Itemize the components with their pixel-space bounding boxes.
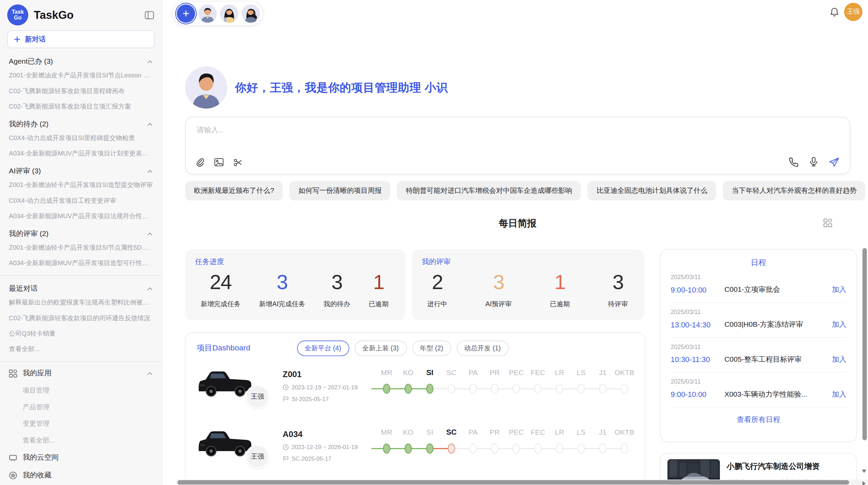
milestone-node[interactable]: [491, 384, 498, 394]
sidebar-item[interactable]: C02-飞腾新能源轻客改款项目里程碑画布: [0, 83, 162, 99]
new-chat-button[interactable]: 新对话: [7, 30, 155, 48]
milestone-node[interactable]: [405, 444, 412, 453]
sidebar-item[interactable]: C02-飞腾新能源轻客改款项目立项汇报方案: [0, 99, 162, 114]
milestone-node[interactable]: [556, 384, 563, 394]
milestone-node[interactable]: [491, 444, 498, 453]
milestone-node[interactable]: [621, 444, 628, 453]
milestone-node[interactable]: [599, 384, 606, 394]
milestone-node[interactable]: [578, 384, 585, 394]
milestone-node[interactable]: [383, 444, 390, 453]
briefing-layout-icon[interactable]: [823, 218, 832, 227]
scroll-down-arrow[interactable]: [862, 470, 866, 473]
app-sub-item[interactable]: 产品管理: [0, 399, 162, 415]
sidebar-item[interactable]: Z001-全新燃油轻卡产品开发项目SI节点属性5D文件评审: [0, 240, 162, 255]
notifications-bell-icon[interactable]: [830, 7, 839, 17]
sidebar-item-cloud-space[interactable]: 我的云空间: [0, 449, 162, 467]
paperclip-icon[interactable]: [195, 157, 204, 167]
sidebar-item[interactable]: A034-全新新能源MUV产品开发项目造型可行性评审: [0, 255, 162, 271]
milestone-node[interactable]: [599, 444, 606, 453]
recent-view-all-link[interactable]: 查看全部...: [0, 341, 162, 357]
milestone: SI: [419, 427, 441, 454]
schedule-join-link[interactable]: 加入: [832, 355, 846, 364]
send-icon[interactable]: [829, 157, 840, 167]
app-sub-item[interactable]: 变更管理: [0, 415, 162, 432]
dashboard-filter-tab[interactable]: 全新上装 (3): [354, 340, 407, 356]
recent-chat-item[interactable]: 解释最新出台的欧盟报废车法规再生塑料比例被调至15%...: [0, 295, 162, 310]
sidebar-section-label[interactable]: 我的待办 (2): [0, 114, 162, 130]
suggestion-chip[interactable]: 当下年轻人对汽车外观有怎样的喜好趋势: [723, 181, 866, 201]
milestone-label: PEC: [506, 427, 527, 438]
view-all-schedule-link[interactable]: 查看所有日程: [671, 415, 846, 425]
sidebar-item[interactable]: A034-全新新能源MUV产品开发项目计划变更表编写: [0, 146, 162, 161]
stat-label: 我的待办: [324, 300, 350, 309]
schedule-item-main: 9:00-10:00C001-立项审批会加入: [671, 285, 846, 295]
milestone-node[interactable]: [469, 384, 477, 394]
sidebar-item[interactable]: C0X4-动力总成开发项目SI里程碑提交物检查: [0, 130, 162, 146]
milestone-node[interactable]: [578, 444, 585, 453]
milestone-node[interactable]: [426, 444, 433, 453]
assistant-avatar-1[interactable]: [198, 4, 217, 22]
milestone-node[interactable]: [513, 384, 520, 394]
milestone-node[interactable]: [448, 384, 455, 394]
suggestion-chip[interactable]: 比亚迪全固态电池计划具体说了什么: [588, 181, 716, 201]
add-assistant-button[interactable]: [177, 4, 195, 22]
milestone-node[interactable]: [621, 384, 628, 394]
milestone-node[interactable]: [534, 444, 542, 453]
dashboard-filter-tab[interactable]: 动总开发 (1): [456, 340, 508, 356]
sidebar-section-label[interactable]: AI评审 (3): [0, 161, 162, 177]
scroll-right-arrow[interactable]: [863, 481, 866, 485]
app-sub-item[interactable]: 项目管理: [0, 382, 162, 399]
schedule-join-link[interactable]: 加入: [832, 320, 846, 329]
milestone-label: SC: [441, 427, 462, 438]
stat-label: 待评审: [608, 300, 628, 309]
milestone-label: LS: [570, 367, 592, 378]
milestone-node[interactable]: [405, 384, 412, 394]
assistant-avatar-3[interactable]: [242, 4, 260, 22]
my-apps-label: 我的应用: [23, 368, 141, 378]
milestone-node[interactable]: [513, 444, 520, 453]
recent-chat-item[interactable]: 公司Q3轻卡销量: [0, 326, 162, 341]
sidebar-item[interactable]: C0X4-动力总成开发项目工程变更评审: [0, 193, 162, 208]
milestone-node[interactable]: [556, 444, 563, 453]
recent-chat-item[interactable]: C02-飞腾新能源轻客改款项目的闭环通告反馈情况: [0, 310, 162, 325]
screen: Task Go TaskGo 新对话 Agent已办 (3)Z001-全新燃油皮…: [0, 0, 868, 485]
sidebar-item-favorites[interactable]: 我的收藏: [0, 466, 162, 484]
sidebar-item-my-apps[interactable]: 我的应用: [0, 364, 162, 382]
project-dates: 2023-12-19 ~ 2027-01-19: [283, 384, 376, 390]
phone-icon[interactable]: [789, 157, 799, 167]
vertical-scrollbar-thumb[interactable]: [863, 248, 867, 440]
suggestion-chip[interactable]: 特朗普可能对进口汽车增税会对中国车企造成哪些影响: [397, 181, 581, 201]
horizontal-scrollbar-thumb[interactable]: [177, 480, 849, 485]
dashboard-filter-tab[interactable]: 全新平台 (4): [297, 340, 349, 356]
assistant-avatar-2[interactable]: [220, 4, 238, 22]
milestone-node[interactable]: [383, 384, 390, 394]
chat-input[interactable]: [196, 125, 840, 134]
microphone-icon[interactable]: [809, 157, 818, 167]
suggestion-chip[interactable]: 如何写一份清晰的项目周报: [290, 181, 390, 201]
apps-view-all-link[interactable]: 查看全部...: [0, 432, 162, 449]
schedule-join-link[interactable]: 加入: [832, 389, 846, 399]
sidebar-recent-label[interactable]: 最近对话: [0, 278, 162, 295]
image-icon[interactable]: [214, 158, 224, 167]
suggestion-chip[interactable]: 欧洲新规最近颁布了什么?: [185, 181, 283, 201]
schedule-date: 2025/03/11: [671, 378, 846, 385]
milestone-label: MR: [376, 367, 397, 378]
sidebar-section-label[interactable]: 我的评审 (2): [0, 224, 162, 240]
milestone-node[interactable]: [426, 384, 433, 394]
greeting-text: 你好，王强，我是你的项目管理助理 小识: [235, 80, 448, 95]
milestone-node[interactable]: [534, 384, 542, 394]
stat-item: 3待评审: [608, 271, 628, 309]
schedule-join-link[interactable]: 加入: [832, 285, 846, 295]
milestone-node[interactable]: [469, 444, 477, 453]
user-avatar[interactable]: 王强: [844, 3, 862, 21]
milestone-label: PA: [462, 367, 484, 378]
horizontal-scrollbar[interactable]: [176, 480, 868, 485]
milestone-node[interactable]: [448, 444, 455, 453]
sidebar-section-label[interactable]: Agent已办 (3): [0, 51, 162, 67]
sidebar-item[interactable]: A034-全新新能源MUV产品开发项目法规符合性评审: [0, 208, 162, 224]
sidebar-item[interactable]: Z001-全新燃油皮卡产品开发项目SI节点Lesson Learn报告: [0, 67, 162, 83]
sidebar-item[interactable]: Z001-全新燃油轻卡产品开发项目SI造型提交物评审: [0, 177, 162, 192]
scissors-icon[interactable]: [233, 158, 243, 167]
sidebar-collapse-icon[interactable]: [144, 10, 155, 20]
dashboard-filter-tab[interactable]: 年型 (2): [412, 340, 451, 356]
